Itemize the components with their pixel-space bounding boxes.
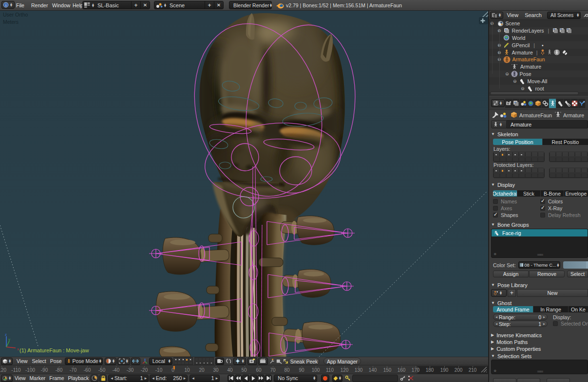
- svg-text:User Ortho: User Ortho: [3, 12, 28, 18]
- svg-text:Meters: Meters: [3, 19, 19, 25]
- svg-text:(1) ArmatureFaun : Move-jaw: (1) ArmatureFaun : Move-jaw: [19, 347, 89, 353]
- svg-text:y: y: [8, 337, 10, 342]
- svg-text:x: x: [17, 347, 19, 351]
- svg-text:z: z: [5, 332, 7, 337]
